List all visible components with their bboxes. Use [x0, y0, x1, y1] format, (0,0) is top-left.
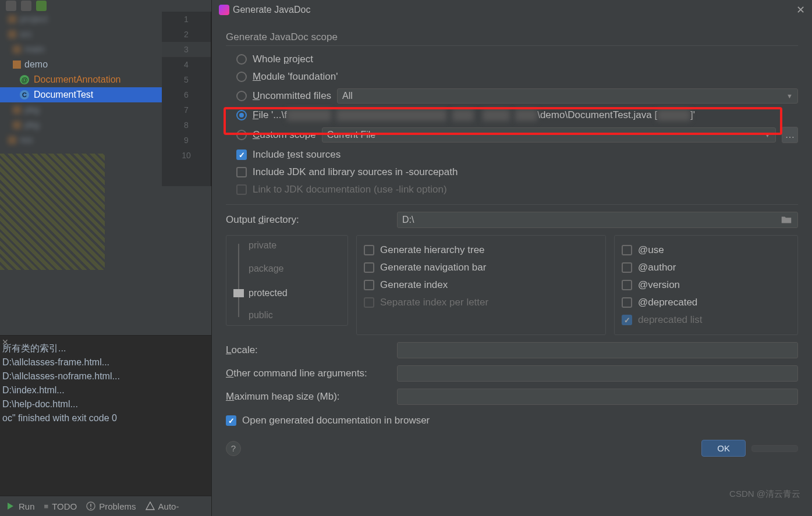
radio-module[interactable]: Module 'foundation': [226, 68, 798, 86]
combo-value: All: [342, 91, 353, 101]
uncommitted-combo[interactable]: All ▼: [337, 88, 798, 104]
tree-row[interactable]: res: [0, 133, 162, 148]
chevron-down-icon: ▼: [764, 131, 771, 138]
project-tree[interactable]: project src main demo @ DocumentAnnotati…: [0, 12, 162, 337]
radio-label: Module 'foundation': [253, 71, 338, 83]
close-icon[interactable]: ✕: [796, 3, 805, 16]
radio-custom-scope[interactable]: Custom scope Current File ▼ …: [226, 124, 798, 146]
auto-tab[interactable]: Auto-: [146, 501, 179, 511]
locale-label: Locale:: [226, 344, 389, 356]
visibility-private: private: [249, 240, 276, 251]
output-directory-input[interactable]: D:\: [397, 212, 798, 228]
radio-icon: [236, 54, 247, 65]
radio-icon: [236, 110, 247, 120]
check-navigation-bar[interactable]: Generate navigation bar: [364, 259, 598, 276]
generation-options-panel: Generate hierarchy tree Generate navigat…: [356, 235, 606, 335]
tree-row-document-test[interactable]: C DocumentTest: [0, 87, 162, 102]
heap-label: Maximum heap size (Mb):: [226, 391, 389, 403]
line-number: 7: [162, 102, 211, 118]
terminal-output[interactable]: 所有类的索引... D:\allclasses-frame.html... D:…: [0, 335, 211, 498]
visibility-slider[interactable]: private package protected public: [226, 235, 348, 326]
warning-icon: [146, 501, 155, 511]
checkbox-icon: [226, 415, 236, 426]
dialog-titlebar[interactable]: Generate JavaDoc ✕: [212, 0, 812, 20]
status-label: Auto-: [158, 501, 179, 511]
other-args-input[interactable]: [397, 365, 798, 382]
folder-icon: [13, 61, 21, 69]
check-open-browser[interactable]: Open generated documentation in browser: [226, 412, 798, 429]
check-include-jdk[interactable]: Include JDK and library sources in -sour…: [226, 163, 798, 181]
tree-row-demo[interactable]: demo: [0, 57, 162, 72]
line-number: 1: [162, 12, 211, 27]
combo-value: Current File: [327, 130, 376, 140]
tree-label: demo: [24, 59, 48, 70]
radio-uncommitted-files[interactable]: Uncommitted files All ▼: [226, 86, 798, 106]
help-button[interactable]: ?: [226, 441, 241, 456]
slider-thumb-icon[interactable]: [233, 289, 244, 297]
heap-input[interactable]: [397, 389, 798, 405]
file-path-label: File '...\f aaaaaaaa aaaaaaaaaaaaaaaaaaa…: [253, 109, 798, 121]
tree-row[interactable]: pkg: [0, 102, 162, 118]
close-icon[interactable]: ✕: [2, 337, 9, 347]
status-label: Run: [19, 501, 35, 511]
problems-icon: [86, 501, 95, 511]
radio-whole-project[interactable]: Whole project: [226, 51, 798, 68]
check-generate-index[interactable]: Generate index: [364, 276, 598, 294]
tree-label: DocumentAnnotation: [34, 74, 120, 85]
radio-label: Uncommitted files: [253, 90, 331, 102]
annotation-icon: @: [20, 75, 29, 84]
check-include-tests[interactable]: Include test sources: [226, 146, 798, 163]
check-hierarchy-tree[interactable]: Generate hierarchy tree: [364, 241, 598, 259]
custom-scope-combo[interactable]: Current File ▼: [322, 127, 776, 143]
run-tab[interactable]: Run: [6, 501, 35, 511]
checkbox-label: Include JDK and library sources in -sour…: [253, 166, 458, 178]
ok-button[interactable]: OK: [701, 440, 746, 457]
terminal-line: 所有类的索引...: [2, 341, 209, 355]
run-icon: [6, 501, 15, 511]
todo-icon: ≡: [44, 502, 49, 511]
class-icon: C: [20, 90, 29, 99]
check-deprecated[interactable]: @deprecated: [622, 294, 790, 311]
checkbox-icon: [236, 184, 247, 195]
locale-input[interactable]: [397, 342, 798, 358]
scope-title: Generate JavaDoc scope: [226, 31, 798, 46]
scope-browse-button[interactable]: …: [782, 127, 798, 143]
svg-marker-0: [8, 503, 13, 510]
input-value: D:\: [402, 215, 414, 225]
tree-blurred-area: [0, 154, 105, 270]
radio-icon: [236, 91, 247, 101]
radio-icon: [236, 130, 247, 140]
radio-label: Custom scope: [253, 129, 316, 141]
todo-tab[interactable]: ≡ TODO: [44, 501, 77, 511]
status-label: Problems: [99, 501, 136, 511]
line-number: 3: [162, 42, 211, 57]
cancel-button[interactable]: [751, 445, 798, 452]
toolbar-icon[interactable]: [6, 1, 16, 11]
toolbar-icon[interactable]: [21, 1, 31, 11]
folder-icon[interactable]: [780, 213, 793, 226]
tree-row[interactable]: pkg: [0, 118, 162, 133]
radio-file[interactable]: File '...\f aaaaaaaa aaaaaaaaaaaaaaaaaaa…: [226, 106, 798, 124]
other-args-label: Other command line arguments:: [226, 368, 389, 379]
main-toolbar: [0, 0, 211, 12]
checkbox-label: Open generated documentation in browser: [242, 415, 430, 426]
line-number: 5: [162, 72, 211, 87]
check-author[interactable]: @author: [622, 259, 790, 276]
visibility-public: public: [249, 310, 273, 321]
tree-row[interactable]: project: [0, 12, 162, 27]
tree-row-annotation[interactable]: @ DocumentAnnotation: [0, 72, 162, 87]
tree-row[interactable]: src: [0, 27, 162, 42]
terminal-line: D:\index.html...: [2, 383, 209, 397]
check-use[interactable]: @use: [622, 241, 790, 259]
checkbox-icon: [236, 150, 247, 160]
visibility-package: package: [249, 264, 284, 274]
generate-javadoc-dialog: Generate JavaDoc ✕ Generate JavaDoc scop…: [211, 0, 812, 516]
toolbar-icon[interactable]: [36, 1, 47, 11]
tree-row[interactable]: main: [0, 42, 162, 57]
watermark: CSDN @清云青云: [729, 489, 800, 500]
problems-tab[interactable]: Problems: [86, 501, 136, 511]
svg-marker-4: [146, 502, 154, 510]
terminal-line: D:\allclasses-frame.html...: [2, 355, 209, 369]
check-version[interactable]: @version: [622, 276, 790, 294]
tag-options-panel: @use @author @version @deprecated deprec…: [614, 235, 798, 335]
